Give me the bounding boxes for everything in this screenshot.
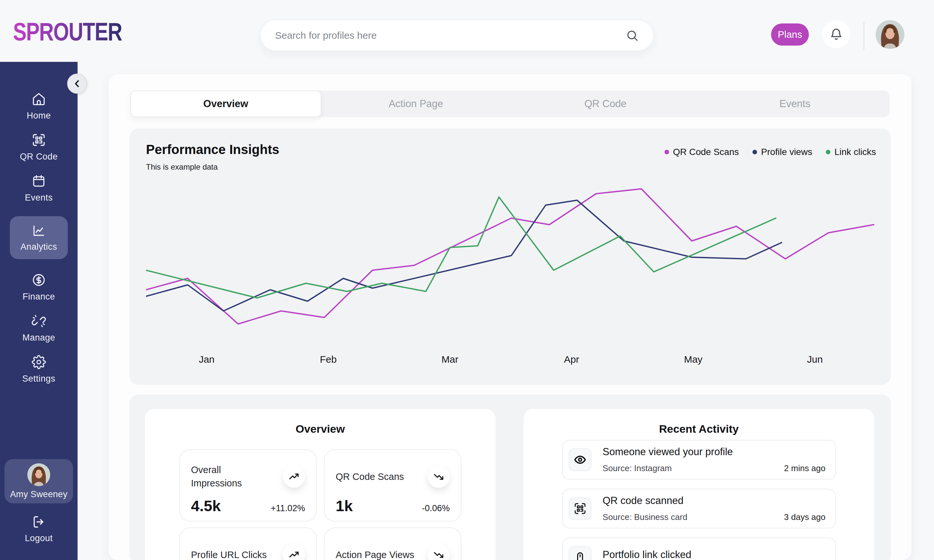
trend-up-icon	[283, 466, 305, 488]
tab-overview[interactable]: Overview	[130, 91, 321, 117]
sidebar-nav: HomeQR CodeEventsAnalyticsFinanceManageS…	[0, 62, 77, 382]
legend-dot	[664, 150, 669, 154]
stat-label: Profile URL Clicks	[191, 548, 267, 560]
overview-title: Overview	[145, 423, 496, 435]
sidebar-item-events[interactable]: Events	[25, 175, 53, 201]
trend-up-icon	[283, 544, 305, 560]
stat-card-qr-code-scans: QR Code Scans1k-0.06%	[324, 449, 462, 522]
legend-dot	[752, 150, 757, 154]
plans-button[interactable]: Plans	[771, 23, 809, 46]
tab-qr-code[interactable]: QR Code	[511, 91, 700, 117]
activity-list: Someone viewed your profileSource: Insta…	[562, 440, 836, 560]
unlink-icon	[32, 314, 46, 329]
axis-label-feb: Feb	[320, 354, 337, 365]
chart-legend: QR Code ScansProfile viewsLink clicks	[664, 147, 876, 157]
sidebar-item-label: Finance	[23, 292, 55, 302]
chart-title: Performance Insights	[146, 142, 279, 157]
trend-down-icon	[428, 466, 450, 488]
sidebar-item-label: Events	[25, 193, 53, 203]
finance-icon	[32, 273, 46, 288]
sidebar-user-avatar	[27, 463, 50, 486]
legend-item-profile-views: Profile views	[752, 147, 812, 157]
topbar: SPROUTER Plans	[0, 0, 934, 62]
logout-icon	[32, 515, 46, 530]
bottom-panel: Overview Overall Impressions4.5k+11.02%Q…	[130, 395, 891, 560]
user-avatar[interactable]	[876, 20, 904, 49]
stat-card-overall-impressions: Overall Impressions4.5k+11.02%	[179, 449, 317, 522]
sidebar-item-label: Home	[27, 111, 51, 121]
activity-item-someone-viewed-your-profile: Someone viewed your profileSource: Insta…	[562, 440, 836, 480]
gear-icon	[32, 355, 46, 371]
legend-label: Link clicks	[834, 147, 876, 157]
stat-card-action-page-views: Action Page Views	[324, 528, 462, 560]
tab-events[interactable]: Events	[700, 91, 890, 117]
stat-card-profile-url-clicks: Profile URL Clicks	[179, 528, 317, 560]
logout-label: Logout	[25, 533, 53, 543]
stat-label: Action Page Views	[336, 548, 414, 560]
sidebar-item-finance[interactable]: Finance	[23, 274, 55, 300]
activity-item-portfolio-link-clicked: Portfolio link clicked	[562, 537, 836, 560]
sidebar-item-label: Manage	[23, 333, 56, 343]
main-content-card: OverviewAction PageQR CodeEvents Perform…	[108, 74, 911, 560]
search-bar[interactable]	[260, 20, 654, 51]
sidebar-item-manage[interactable]: Manage	[23, 315, 56, 341]
axis-label-jan: Jan	[199, 354, 215, 365]
activity-time: 3 days ago	[784, 512, 826, 522]
sidebar-item-label: QR Code	[20, 152, 58, 162]
recent-activity-title: Recent Activity	[524, 423, 874, 435]
sidebar-item-settings[interactable]: Settings	[22, 356, 56, 382]
legend-item-qr-code-scans: QR Code Scans	[664, 147, 739, 157]
home-icon	[32, 92, 46, 108]
topbar-divider	[864, 22, 864, 49]
calendar-icon	[32, 174, 46, 189]
trend-down-icon	[428, 544, 450, 560]
sidebar-item-home[interactable]: Home	[27, 93, 51, 119]
legend-label: Profile views	[761, 147, 812, 157]
app-logo: SPROUTER	[13, 17, 122, 46]
qr-icon	[569, 497, 591, 520]
activity-source: Source: Instagram	[602, 463, 672, 473]
activity-item-qr-code-scanned: QR code scannedSource: Business card3 da…	[562, 489, 836, 528]
performance-insights-card: Performance Insights This is example dat…	[130, 129, 891, 385]
sidebar-collapse-button[interactable]	[67, 74, 87, 94]
recent-activity-card: Recent Activity Someone viewed your prof…	[524, 409, 874, 560]
overview-stats-card: Overview Overall Impressions4.5k+11.02%Q…	[145, 409, 496, 560]
activity-title: Someone viewed your profile	[602, 446, 826, 458]
analytics-icon	[32, 224, 46, 239]
stat-label: QR Code Scans	[336, 470, 404, 483]
tab-action-page[interactable]: Action Page	[321, 91, 511, 117]
sidebar: HomeQR CodeEventsAnalyticsFinanceManageS…	[0, 62, 77, 560]
axis-label-may: May	[684, 354, 702, 365]
axis-label-apr: Apr	[564, 354, 579, 365]
search-icon[interactable]	[626, 29, 639, 42]
legend-label: QR Code Scans	[673, 147, 739, 157]
stat-value: 4.5k	[191, 497, 221, 515]
logout-button[interactable]: Logout	[0, 515, 77, 543]
eye-icon	[569, 448, 591, 471]
sidebar-item-label: Settings	[22, 374, 56, 384]
activity-time: 2 mins ago	[784, 463, 826, 473]
axis-label-mar: Mar	[442, 354, 459, 365]
sidebar-item-analytics[interactable]: Analytics	[10, 216, 68, 259]
series-link-clicks	[146, 197, 776, 298]
activity-source: Source: Business card	[602, 512, 687, 522]
stat-change: -0.06%	[422, 503, 450, 514]
stat-change: +11.02%	[271, 503, 305, 514]
x-axis-labels: JanFebMarAprMayJun	[146, 354, 877, 367]
stats-grid: Overall Impressions4.5k+11.02%QR Code Sc…	[179, 449, 462, 560]
legend-item-link-clicks: Link clicks	[826, 147, 876, 157]
stat-value: 1k	[336, 497, 353, 515]
notifications-button[interactable]	[822, 20, 850, 48]
search-input[interactable]	[275, 30, 626, 41]
qr-icon	[32, 133, 46, 148]
mouse-icon	[569, 546, 591, 560]
line-chart	[146, 182, 877, 345]
activity-title: QR code scanned	[602, 495, 826, 507]
sidebar-user-name: Amy Sweeney	[10, 489, 68, 500]
legend-dot	[826, 150, 831, 154]
activity-title: Portfolio link clicked	[602, 549, 826, 560]
sidebar-item-qr-code[interactable]: QR Code	[20, 134, 58, 160]
tab-bar: OverviewAction PageQR CodeEvents	[130, 91, 890, 117]
sidebar-user-card[interactable]: Amy Sweeney	[5, 459, 73, 503]
stat-label: Overall Impressions	[191, 463, 272, 490]
